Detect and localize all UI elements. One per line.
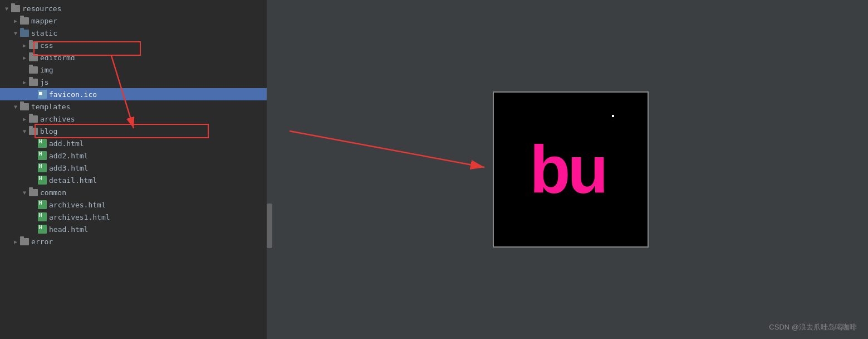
tree-item-favicon[interactable]: favicon.ico <box>0 88 272 100</box>
tree-item-mapper[interactable]: mapper <box>0 14 272 27</box>
svg-line-3 <box>290 131 484 167</box>
tree-item-archives[interactable]: archives <box>0 113 272 125</box>
html-icon-archives <box>38 200 47 209</box>
html-icon-add2 <box>38 151 47 160</box>
label-detail-html: detail.html <box>49 176 97 185</box>
expand-icon-css <box>20 42 29 49</box>
tree-item-static[interactable]: static <box>0 27 272 39</box>
folder-icon-editormd <box>29 54 38 61</box>
tree-item-js[interactable]: js <box>0 76 272 88</box>
label-js: js <box>40 78 49 86</box>
folder-icon-templates <box>20 103 29 110</box>
tree-item-add-html[interactable]: add.html <box>0 137 272 149</box>
tree-item-editormd[interactable]: editormd <box>0 51 272 64</box>
expand-icon-mapper <box>11 18 20 24</box>
label-head-html: head.html <box>49 225 88 234</box>
expand-icon-error <box>11 239 20 245</box>
watermark-text: CSDN @浪去爪哇岛喝咖啡 <box>769 323 857 331</box>
label-resources: resources <box>22 4 61 13</box>
tree-item-css[interactable]: css <box>0 39 272 51</box>
folder-icon-error <box>20 238 29 245</box>
label-error: error <box>31 238 53 246</box>
folder-icon-archives <box>29 115 38 123</box>
scrollbar[interactable] <box>267 0 272 339</box>
html-icon-detail <box>38 176 47 185</box>
expand-icon-editormd <box>20 55 29 61</box>
html-icon-head <box>38 225 47 234</box>
html-icon-add <box>38 139 47 148</box>
expand-icon-resources <box>2 6 11 12</box>
watermark: CSDN @浪去爪哇岛喝咖啡 <box>769 322 857 332</box>
label-add-html: add.html <box>49 139 84 148</box>
expand-icon-templates <box>11 104 20 110</box>
tree-item-archives1-html[interactable]: archives1.html <box>0 211 272 223</box>
label-templates: templates <box>31 103 70 111</box>
folder-icon-js <box>29 79 38 86</box>
folder-icon-css <box>29 42 38 49</box>
tree-item-common[interactable]: common <box>0 186 272 198</box>
tree-item-blog[interactable]: blog <box>0 125 272 137</box>
folder-icon-resources <box>11 5 20 12</box>
file-tree-panel: resources mapper static css <box>0 0 273 339</box>
label-archives-html: archives.html <box>49 201 106 209</box>
tree-item-add2-html[interactable]: add2.html <box>0 149 272 162</box>
label-favicon: favicon.ico <box>49 90 97 99</box>
tree-item-templates[interactable]: templates <box>0 100 272 113</box>
main-layout: resources mapper static css <box>0 0 868 339</box>
label-archives1-html: archives1.html <box>49 213 110 221</box>
label-img: img <box>40 66 53 74</box>
folder-icon-blog <box>29 128 38 135</box>
preview-panel: bu CSDN @浪去爪哇岛喝咖啡 <box>273 0 868 339</box>
label-common: common <box>40 188 66 197</box>
folder-icon-mapper <box>20 17 29 25</box>
favicon-dot <box>612 115 614 117</box>
tree-item-detail-html[interactable]: detail.html <box>0 174 272 186</box>
label-add2-html: add2.html <box>49 152 88 160</box>
tree-item-img[interactable]: img <box>0 64 272 76</box>
scrollbar-thumb[interactable] <box>267 204 272 248</box>
favicon-preview-text: bu <box>529 136 606 203</box>
folder-icon-static <box>20 30 29 37</box>
tree-item-head-html[interactable]: head.html <box>0 223 272 235</box>
folder-icon-img <box>29 66 38 74</box>
html-icon-archives1 <box>38 212 47 221</box>
folder-icon-common <box>29 189 38 196</box>
expand-icon-archives <box>20 116 29 122</box>
tree-item-archives-html[interactable]: archives.html <box>0 198 272 211</box>
label-static: static <box>31 29 57 37</box>
html-icon-add3 <box>38 163 47 172</box>
expand-icon-static <box>11 30 20 36</box>
ico-icon-favicon <box>38 90 47 99</box>
expand-icon-blog <box>20 128 29 134</box>
tree-item-error[interactable]: error <box>0 235 272 248</box>
label-css: css <box>40 41 53 50</box>
label-editormd: editormd <box>40 54 75 62</box>
favicon-preview-box: bu <box>493 91 649 248</box>
tree-item-resources[interactable]: resources <box>0 2 272 14</box>
tree-item-add3-html[interactable]: add3.html <box>0 162 272 174</box>
label-add3-html: add3.html <box>49 164 88 172</box>
expand-icon-js <box>20 79 29 85</box>
expand-icon-common <box>20 190 29 196</box>
label-blog: blog <box>40 127 57 135</box>
label-mapper: mapper <box>31 17 57 25</box>
label-archives: archives <box>40 115 75 123</box>
